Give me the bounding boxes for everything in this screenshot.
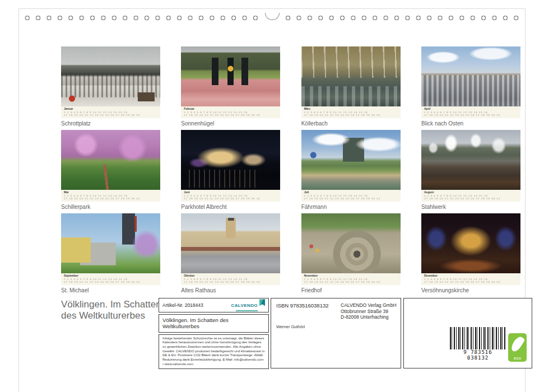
isbn-publisher-box: ISBN 9783516038132 Werner Guthörl CALVEN… — [271, 298, 401, 368]
strip-days-row2: 17 18 19 20 21 22 23 24 25 26 27 28 29 3… — [424, 197, 501, 200]
month-cell-januar: Januar 1 2 3 4 5 6 7 8 9 10 11 12 13 14 … — [61, 46, 160, 127]
photo-caption: Schillerpark — [61, 204, 160, 210]
photo-caption: Schrottplatz — [61, 120, 160, 127]
strip-days-row1: 1 2 3 4 5 6 7 8 9 10 11 12 13 14 15 16 — [64, 194, 128, 197]
mini-calendar-strip: August 1 2 3 4 5 6 7 8 9 10 11 12 13 14 … — [421, 190, 520, 202]
article-info-box: Artikel-Nr. 2018443 CALVENDO Völklingen.… — [159, 298, 269, 369]
leaf-icon — [509, 335, 525, 353]
author-name: Werner Guthörl — [276, 324, 396, 329]
calvendo-wordmark: CALVENDO — [231, 303, 258, 308]
strip-days-row1: 1 2 3 4 5 6 7 8 9 10 11 12 13 14 15 16 — [184, 278, 248, 281]
publisher-line: CALVENDO Verlag GmbH — [341, 302, 397, 309]
mini-calendar-strip: März 1 2 3 4 5 6 7 8 9 10 11 12 13 14 15… — [301, 106, 401, 118]
publisher-line: D-82008 Unterhaching — [341, 314, 397, 320]
month-cell-mai: Mai 1 2 3 4 5 6 7 8 9 10 11 12 13 14 15 … — [61, 130, 160, 210]
photo-caption: Sonnenhügel — [181, 120, 280, 127]
photo-caption: Altes Rathaus — [181, 287, 280, 293]
strip-days-row1: 1 2 3 4 5 6 7 8 9 10 11 12 13 14 15 16 — [184, 194, 248, 197]
barcode-digits: 9 783516 038132 — [450, 349, 506, 361]
month-cell-november: November 1 2 3 4 5 6 7 8 9 10 11 12 13 1… — [301, 213, 401, 293]
publisher-address: CALVENDO Verlag GmbH Ottobrunner Straße … — [341, 302, 397, 320]
photo-caption: Fährmann — [301, 204, 401, 210]
strip-days-row1: 1 2 3 4 5 6 7 8 9 10 11 12 13 14 15 16 — [304, 194, 368, 197]
calvendo-tagline-bar — [236, 310, 258, 311]
strip-days-row1: 1 2 3 4 5 6 7 8 9 10 11 12 13 14 15 16 — [64, 278, 128, 281]
photo-caption: Blick nach Osten — [421, 120, 520, 127]
strip-days-row2: 17 18 19 20 21 22 23 24 25 26 27 28 29 3… — [304, 114, 381, 116]
photo-friedhof — [301, 213, 401, 273]
calvendo-flag-icon — [259, 299, 265, 306]
month-cell-juni: Juni 1 2 3 4 5 6 7 8 9 10 11 12 13 14 15… — [181, 130, 280, 210]
photo-faehrmann — [301, 130, 401, 190]
mini-calendar-strip: April 1 2 3 4 5 6 7 8 9 10 11 12 13 14 1… — [421, 106, 520, 118]
photo-caption: Friedhof — [301, 287, 401, 293]
barcode-box: 9 783516 038132 eco — [403, 298, 532, 368]
calendar-back-cover: Januar 1 2 3 4 5 6 7 8 9 10 11 12 13 14 … — [0, 0, 544, 392]
month-cell-dezember: Dezember 1 2 3 4 5 6 7 8 9 10 11 12 13 1… — [421, 213, 520, 293]
photo-caption: Stahlwerk — [421, 204, 520, 210]
photo-caption: Parkhotel Albrecht — [181, 204, 280, 210]
strip-days-row1: 1 2 3 4 5 6 7 8 9 10 11 12 13 14 15 16 — [424, 278, 488, 281]
strip-days-row1: 1 2 3 4 5 6 7 8 9 10 11 12 13 14 15 16 — [304, 278, 368, 281]
legal-text: Infolge bestehender Schutzrechte ist es … — [159, 334, 269, 370]
mini-calendar-strip: Februar 1 2 3 4 5 6 7 8 9 10 11 12 13 14… — [181, 106, 280, 118]
mini-calendar-strip: Juni 1 2 3 4 5 6 7 8 9 10 11 12 13 14 15… — [181, 190, 280, 202]
eco-label: eco — [508, 356, 527, 361]
publisher-line: Ottobrunner Straße 39 — [341, 309, 397, 315]
strip-days-row2: 17 18 19 20 21 22 23 24 25 26 27 28 29 3… — [184, 197, 261, 200]
month-cell-maerz: März 1 2 3 4 5 6 7 8 9 10 11 12 13 14 15… — [301, 46, 401, 127]
eco-logo: eco — [508, 333, 527, 362]
ean-barcode: 9 783516 038132 — [450, 327, 506, 362]
strip-days-row2: 17 18 19 20 21 22 23 24 25 26 27 28 29 3… — [184, 281, 261, 283]
month-cell-februar: Februar 1 2 3 4 5 6 7 8 9 10 11 12 13 14… — [181, 46, 280, 127]
barcode-bars — [450, 327, 506, 352]
month-cell-april: April 1 2 3 4 5 6 7 8 9 10 11 12 13 14 1… — [421, 46, 520, 127]
hanging-hole-icon — [261, 13, 283, 23]
month-cell-oktober: Oktober 1 2 3 4 5 6 7 8 9 10 11 12 13 14… — [181, 213, 280, 293]
strip-days-row1: 1 2 3 4 5 6 7 8 9 10 11 12 13 14 15 16 — [64, 111, 128, 114]
calendar-sheet: Januar 1 2 3 4 5 6 7 8 9 10 11 12 13 14 … — [18, 8, 526, 392]
photo-caption: St. Michael — [61, 287, 160, 293]
article-number-row: Artikel-Nr. 2018443 CALVENDO — [159, 298, 269, 312]
photo-st-michael — [61, 213, 160, 273]
strip-days-row2: 17 18 19 20 21 22 23 24 25 26 27 28 29 3… — [184, 114, 261, 116]
strip-days-row2: 17 18 19 20 21 22 23 24 25 26 27 28 29 3… — [64, 197, 141, 200]
photo-stahlwerk — [421, 130, 520, 190]
mini-calendar-strip: September 1 2 3 4 5 6 7 8 9 10 11 12 13 … — [61, 273, 160, 285]
photo-schrottplatz — [61, 46, 160, 106]
box-title: Völklingen. Im Schatten des Weltkulturer… — [159, 314, 269, 333]
photo-caption: Versöhnungskirche — [421, 287, 520, 293]
photo-versoehnungskirche — [421, 213, 520, 273]
strip-days-row2: 17 18 19 20 21 22 23 24 25 26 27 28 29 3… — [424, 281, 501, 283]
photo-caption: Köllerbach — [301, 120, 401, 127]
strip-days-row1: 1 2 3 4 5 6 7 8 9 10 11 12 13 14 15 16 — [424, 194, 488, 197]
month-cell-august: August 1 2 3 4 5 6 7 8 9 10 11 12 13 14 … — [421, 130, 520, 210]
month-cell-september: September 1 2 3 4 5 6 7 8 9 10 11 12 13 … — [61, 213, 160, 293]
photo-parkhotel-albrecht — [181, 130, 280, 190]
mini-calendar-strip: Juli 1 2 3 4 5 6 7 8 9 10 11 12 13 14 15… — [301, 190, 401, 202]
month-thumbnail-grid: Januar 1 2 3 4 5 6 7 8 9 10 11 12 13 14 … — [61, 46, 520, 293]
mini-calendar-strip: November 1 2 3 4 5 6 7 8 9 10 11 12 13 1… — [301, 273, 401, 285]
strip-days-row2: 17 18 19 20 21 22 23 24 25 26 27 28 29 3… — [424, 114, 501, 116]
month-cell-juli: Juli 1 2 3 4 5 6 7 8 9 10 11 12 13 14 15… — [301, 130, 401, 210]
calvendo-logo: CALVENDO — [231, 299, 266, 311]
mini-calendar-strip: Oktober 1 2 3 4 5 6 7 8 9 10 11 12 13 14… — [181, 273, 280, 285]
article-number: Artikel-Nr. 2018443 — [162, 302, 203, 308]
mini-calendar-strip: Mai 1 2 3 4 5 6 7 8 9 10 11 12 13 14 15 … — [61, 190, 160, 202]
strip-days-row2: 17 18 19 20 21 22 23 24 25 26 27 28 29 3… — [64, 114, 141, 116]
mini-calendar-strip: Januar 1 2 3 4 5 6 7 8 9 10 11 12 13 14 … — [61, 106, 160, 118]
photo-altes-rathaus — [181, 213, 280, 273]
strip-days-row1: 1 2 3 4 5 6 7 8 9 10 11 12 13 14 15 16 — [424, 111, 488, 114]
photo-blick-nach-osten — [421, 46, 520, 106]
strip-days-row2: 17 18 19 20 21 22 23 24 25 26 27 28 29 3… — [64, 281, 141, 283]
mini-calendar-strip: Dezember 1 2 3 4 5 6 7 8 9 10 11 12 13 1… — [421, 273, 520, 285]
photo-schillerpark — [61, 130, 160, 190]
product-title: Völklingen. Im Schatten des Weltkulturer… — [61, 299, 165, 321]
strip-days-row2: 17 18 19 20 21 22 23 24 25 26 27 28 29 3… — [304, 197, 381, 200]
photo-sonnenhuegel — [181, 46, 280, 106]
strip-days-row1: 1 2 3 4 5 6 7 8 9 10 11 12 13 14 15 16 — [184, 111, 248, 114]
strip-days-row1: 1 2 3 4 5 6 7 8 9 10 11 12 13 14 15 16 — [304, 111, 368, 114]
strip-days-row2: 17 18 19 20 21 22 23 24 25 26 27 28 29 3… — [304, 281, 381, 283]
photo-koellerbach — [301, 46, 401, 106]
